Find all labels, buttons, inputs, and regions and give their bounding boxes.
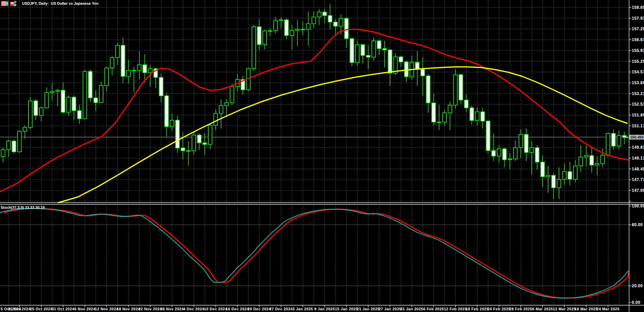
candle: [519, 129, 523, 158]
price-axis-label: 151.850: [632, 113, 644, 117]
candle: [132, 67, 136, 93]
stochastic-layer: [0, 208, 628, 298]
date-axis-label: 27 Jan 2025: [378, 307, 401, 311]
candle: [295, 20, 299, 46]
candle: [192, 132, 196, 154]
candle: [453, 69, 457, 109]
candle: [208, 124, 212, 149]
price-axis-label: 154.570: [632, 70, 644, 74]
date-axis-label: 28 Nov 2024: [160, 307, 184, 311]
candle: [459, 74, 463, 104]
candle: [328, 4, 332, 30]
indicator-axis-label: 0.00: [632, 300, 640, 305]
date-axis-label: 6 Feb 2025: [423, 307, 444, 311]
candle: [290, 25, 294, 49]
candle: [39, 106, 43, 121]
candle: [606, 132, 610, 157]
date-axis-label: 18 Nov 2024: [117, 307, 140, 311]
candle: [405, 60, 408, 82]
candle: [410, 56, 414, 79]
date-axis-label: 27 Dec 2024: [269, 307, 293, 311]
date-axis-label: 28 Feb 2025: [509, 307, 532, 311]
date-axis-label: 12 Feb 2025: [444, 307, 467, 311]
candle: [524, 129, 528, 161]
candle: [415, 51, 419, 86]
candle: [274, 17, 277, 34]
date-axis-label: 31 Jan 2025: [401, 307, 423, 311]
price-axis-label: 153.890: [632, 80, 644, 85]
candle: [334, 19, 337, 35]
candle: [116, 43, 119, 65]
candle: [83, 70, 87, 119]
quotes-table-icon: [1, 1, 8, 6]
panel-separator[interactable]: [0, 203, 644, 204]
chart-canvas[interactable]: 158.650157.970157.290156.610155.930155.2…: [0, 0, 644, 312]
indicator-axis[interactable]: 100.0080.0020.000.00: [629, 204, 644, 305]
candle: [45, 87, 48, 109]
candle: [508, 153, 512, 169]
date-axis-label: 4 Dec 2024: [183, 307, 204, 311]
candle: [421, 57, 425, 96]
candle: [263, 30, 267, 49]
candle: [601, 148, 604, 167]
date-axis-label: 18 Feb 2025: [466, 307, 489, 311]
candle: [355, 41, 359, 66]
candle: [443, 110, 446, 126]
candle: [159, 74, 163, 103]
candle: [312, 12, 316, 28]
date-axis-label: 25 Oct 2024: [30, 307, 53, 311]
date-axis-label: 21 Jan 2025: [357, 307, 379, 311]
candle: [279, 17, 283, 28]
candle: [546, 166, 550, 192]
chart-window: 158.650157.970157.290156.610155.930155.2…: [0, 0, 644, 312]
candle: [257, 19, 261, 50]
candle: [1, 148, 5, 163]
date-axis-label: 24 Feb 2025: [488, 307, 511, 311]
ma-red-line: [0, 29, 628, 192]
candle: [563, 163, 566, 185]
candle: [241, 75, 245, 94]
candle: [137, 51, 141, 79]
candle: [301, 22, 305, 35]
candle: [7, 140, 11, 157]
date-axis-label: 31 Oct 2024: [52, 307, 75, 311]
price-axis-label: 147.090: [632, 188, 644, 193]
stochastic-indicator-label: Stoch(37,3,9) 33.33 30.19: [1, 205, 45, 209]
axis-frame: [0, 0, 644, 312]
indicator-axis-label: 20.00: [632, 283, 643, 288]
candle: [170, 113, 174, 131]
price-axis-label: 151.170: [632, 124, 644, 128]
candle: [219, 99, 223, 128]
candle: [28, 97, 32, 129]
price-axis-label: 147.770: [632, 177, 644, 182]
candle: [72, 95, 76, 120]
time-axis[interactable]: 5 Oct 202421 Oct 202425 Oct 202431 Oct 2…: [1, 305, 620, 311]
date-axis-label: 15 Jan 2025: [335, 307, 358, 311]
candle: [225, 99, 228, 116]
date-axis-label: 12 Nov 2024: [95, 307, 118, 311]
date-axis-label: 20 Dec 2024: [248, 307, 271, 311]
candle: [437, 105, 441, 130]
candle: [126, 60, 130, 84]
candle: [503, 148, 506, 167]
candle: [573, 160, 577, 182]
chart-title: USDJPY, Daily: US Dollar vs Japanese Yen: [22, 1, 98, 5]
date-axis-label: 6 Nov 2024: [74, 307, 96, 311]
candle: [350, 38, 354, 66]
candle: [214, 110, 217, 130]
price-axis-label: 153.210: [632, 91, 644, 96]
price-axis-label: 157.290: [632, 26, 644, 31]
price-axis-label: 149.130: [632, 156, 644, 161]
candle: [535, 145, 539, 170]
price-axis[interactable]: 158.650157.970157.290156.610155.930155.2…: [629, 5, 644, 201]
date-axis-label: 18 Mar 2025: [575, 307, 598, 311]
date-axis-label: 21 Oct 2024: [8, 307, 31, 311]
candle: [388, 50, 392, 86]
indicator-axis-label: 100.00: [632, 204, 644, 208]
candle: [23, 125, 27, 139]
date-axis-label: 24 Mar 2025: [597, 307, 620, 311]
chart-titlebar: USDJPY, Daily: US Dollar vs Japanese Yen: [1, 1, 98, 6]
candle: [121, 38, 125, 84]
candle: [78, 105, 81, 124]
candle: [383, 41, 386, 68]
